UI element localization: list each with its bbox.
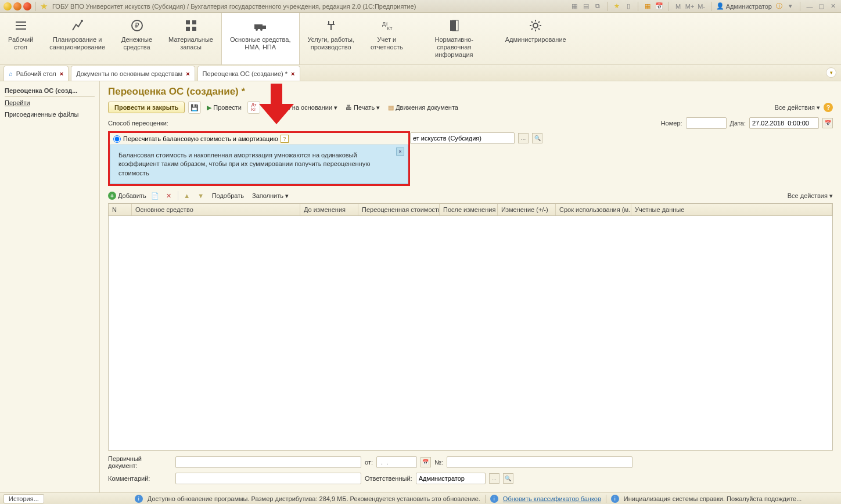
col-after[interactable]: После изменения	[440, 204, 498, 215]
svg-rect-8	[186, 27, 190, 31]
table-all-actions[interactable]: Все действия ▾	[788, 192, 833, 200]
org-select-icon[interactable]: …	[518, 133, 529, 143]
save-icon[interactable]: 💾	[188, 101, 201, 114]
section-materials[interactable]: Материальныезапасы	[160, 13, 221, 64]
calc-m[interactable]: M	[674, 2, 683, 11]
org-search-icon[interactable]: 🔍	[532, 133, 542, 143]
highlighted-area: Пересчитать балансовую стоимость и аморт…	[108, 131, 410, 186]
movements-button[interactable]: ▤Движения документа	[386, 103, 461, 113]
maximize-icon[interactable]: ▢	[817, 2, 826, 11]
svg-point-3	[81, 20, 83, 22]
grid-body[interactable]	[109, 216, 832, 450]
close-icon[interactable]: ✕	[828, 2, 838, 11]
nav-back-icon[interactable]	[13, 2, 21, 10]
help-icon[interactable]: ?	[824, 103, 833, 112]
tab-desktop[interactable]: ⌂ Рабочий стол ×	[3, 66, 69, 81]
svg-point-12	[260, 28, 263, 31]
responsible-input[interactable]	[416, 473, 486, 484]
calc-mminus[interactable]: M-	[697, 2, 706, 11]
calendar2-icon[interactable]: 📅	[655, 2, 664, 11]
tabstrip-menu[interactable]: ▾	[826, 67, 836, 78]
method-help-icon[interactable]: ?	[281, 135, 289, 143]
update-message: Доступно обновление программы. Размер ди…	[148, 495, 480, 502]
sidepanel-link-goto[interactable]: Перейти	[5, 97, 95, 109]
tb-icon-2[interactable]: ▤	[581, 2, 591, 11]
responsible-select-icon[interactable]: …	[489, 473, 499, 484]
section-planning[interactable]: Планирование исанкционирование	[41, 13, 113, 64]
date-picker-icon[interactable]: 📅	[822, 118, 833, 128]
col-change[interactable]: Изменение (+/-)	[498, 204, 556, 215]
tb-icon-3[interactable]: ⧉	[593, 2, 602, 11]
command-bar: Провести и закрыть 💾 ▶Провести ДтКт Созд…	[108, 101, 833, 114]
move-down-icon[interactable]: ▼	[196, 190, 206, 201]
favorite-icon[interactable]: ★	[40, 1, 48, 12]
tab-close-icon[interactable]: ×	[60, 70, 63, 77]
col-before[interactable]: До изменения	[300, 204, 358, 215]
tab-close-icon[interactable]: ×	[186, 70, 189, 77]
nav-fwd-icon[interactable]	[23, 2, 31, 10]
minimize-icon[interactable]: —	[805, 2, 814, 11]
add-button[interactable]: +Добавить	[108, 192, 146, 200]
col-life[interactable]: Срок использования (м...	[556, 204, 631, 215]
tb-icon-1[interactable]: ▦	[570, 2, 579, 11]
section-admin[interactable]: Администрирование	[497, 13, 574, 64]
svg-rect-0	[16, 21, 26, 23]
calendar-icon[interactable]: ▦	[643, 2, 652, 11]
info-icon[interactable]: ⓘ	[774, 2, 784, 11]
section-account[interactable]: ДтКтУчет иотчетность	[362, 13, 411, 64]
copy-icon[interactable]: 📄	[150, 190, 160, 201]
history-button[interactable]: История...	[3, 494, 44, 503]
method-radio-1[interactable]	[113, 135, 121, 143]
responsible-search-icon[interactable]: 🔍	[503, 473, 513, 484]
comment-input[interactable]	[175, 473, 361, 484]
comment-label: Комментарий:	[108, 475, 172, 482]
table-toolbar: +Добавить 📄 ✕ ▲ ▼ Подобрать Заполнить ▾ …	[108, 188, 833, 203]
from-date-picker-icon[interactable]: 📅	[420, 457, 431, 467]
tb-icon-4[interactable]: ▯	[624, 2, 633, 11]
grid-header: N Основное средство До изменения Переоце…	[109, 204, 832, 216]
footer-form: Первичный документ: от: 📅 №: Комментарий…	[108, 451, 833, 488]
section-services[interactable]: Услуги, работы,производство	[300, 13, 362, 64]
tab-current[interactable]: Переоценка ОС (создание) * ×	[197, 66, 300, 81]
post-and-close-button[interactable]: Провести и закрыть	[108, 102, 185, 113]
tab-close-icon[interactable]: ×	[291, 70, 294, 77]
section-desktop[interactable]: Рабочийстол	[0, 13, 41, 64]
fill-button[interactable]: Заполнить ▾	[250, 191, 291, 201]
tab-docs[interactable]: Документы по основным средствам ×	[71, 66, 195, 81]
print-button[interactable]: 🖶Печать ▾	[343, 103, 382, 113]
all-actions-button[interactable]: Все действия ▾	[775, 104, 820, 111]
col-asset[interactable]: Основное средство	[132, 204, 300, 215]
move-up-icon[interactable]: ▲	[182, 190, 192, 201]
info-status-icon: i	[135, 495, 143, 503]
calc-mplus[interactable]: M+	[685, 2, 695, 11]
favorites-list-icon[interactable]: ★	[612, 2, 621, 11]
bank-classifier-link[interactable]: Обновить классификатор банков	[503, 495, 601, 502]
from-date-input[interactable]	[376, 456, 417, 468]
sidepanel-title: Переоценка ОС (созд...	[5, 85, 95, 97]
current-user[interactable]: 👤Администратор	[716, 2, 772, 10]
col-n[interactable]: N	[109, 204, 132, 215]
doc-num-input[interactable]	[447, 456, 632, 468]
tooltip-close-icon[interactable]: ×	[396, 147, 404, 156]
section-money[interactable]: ₽Денежныесредства	[113, 13, 160, 64]
items-grid[interactable]: N Основное средство До изменения Переоце…	[108, 203, 833, 451]
delete-icon[interactable]: ✕	[164, 190, 174, 201]
tabstrip: ⌂ Рабочий стол × Документы по основным с…	[0, 65, 841, 81]
col-revalued[interactable]: Переоцененная стоимость	[358, 204, 440, 215]
post-button[interactable]: ▶Провести	[204, 103, 244, 113]
org-input[interactable]	[410, 132, 515, 144]
primary-doc-input[interactable]	[175, 456, 361, 468]
select-items-button[interactable]: Подобрать	[210, 191, 246, 200]
number-input[interactable]	[686, 117, 727, 129]
section-ref[interactable]: Нормативно-справочнаяинформация	[411, 13, 497, 64]
create-based-button[interactable]: Создать на основании ▾	[264, 103, 340, 113]
dtkt-icon[interactable]: ДтКт	[247, 101, 260, 114]
sidepanel-link-files[interactable]: Присоединенные файлы	[5, 109, 95, 120]
dropdown-icon[interactable]: ▾	[786, 2, 795, 11]
primary-doc-label: Первичный документ:	[108, 455, 172, 469]
section-os[interactable]: Основные средства,НМА, НПА	[221, 13, 300, 64]
movements-icon: ▤	[388, 104, 394, 111]
tab-label: Переоценка ОС (создание) *	[203, 70, 288, 77]
date-input[interactable]	[749, 117, 819, 129]
col-account[interactable]: Учетные данные	[631, 204, 832, 215]
